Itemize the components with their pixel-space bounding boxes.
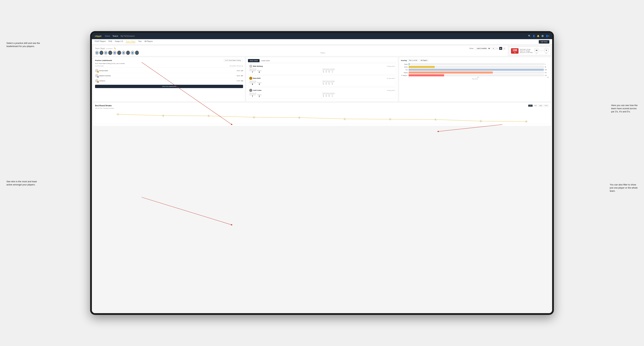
score-circle-2: 0 (544, 48, 549, 53)
annotation-top-right: Here you can see how the team have score… (611, 104, 638, 113)
score-circle-1: 16 (534, 48, 539, 53)
player-3-rounds: Total Rounds Tournament 7 Practice (249, 93, 322, 97)
lb-avg-2: 107 (241, 75, 243, 77)
avatar-3: 👤 (104, 51, 108, 55)
streak-dot-circle: 6x (208, 115, 210, 117)
col-player-name: PLAYER NAME (95, 65, 229, 67)
bar-track (408, 69, 544, 71)
people-icon[interactable]: 👤 (532, 35, 535, 37)
avatar-10: 👤 (135, 51, 139, 55)
bar-track (408, 63, 544, 65)
streak-dot-circle: 3x (480, 120, 482, 122)
filter-putt[interactable]: PUTT (544, 105, 549, 107)
bar-value: 131 (545, 75, 549, 76)
subnav-all-players[interactable]: All Players (144, 40, 152, 43)
bar-fill (408, 66, 435, 68)
bar-fill (408, 74, 444, 76)
bar-label: Eagles (401, 64, 408, 65)
user-avatar[interactable]: 👤▾ (546, 35, 549, 37)
rank-badge-1: 1 (97, 71, 99, 73)
player-1-activities: Total Practice Activities OTT0 APP0 ARG0… (322, 68, 395, 73)
annotation-top-left: Select a practice drill and see the lead… (6, 42, 42, 48)
leaderboard-columns: PLAYER NAME PB SCORE PB AVG SQ (95, 65, 243, 67)
view-full-leaderboard-button[interactable]: View Full Leaderboard (95, 85, 243, 88)
detail-view-icon[interactable]: ◫ (503, 47, 506, 50)
main-grid: Practice Leaderboards PUTT Must Make Put… (93, 57, 551, 101)
score-display: 198 SQ Shot Dist: 16 yds Start Lie: Roug… (509, 47, 551, 55)
lb-player-2: 2 Edward Crossman (95, 74, 236, 77)
nav-teams[interactable]: Teams (112, 35, 118, 37)
subnav-pgat[interactable]: PGAT Players (95, 40, 106, 43)
player-2-name: Rees Britt (253, 77, 260, 79)
show-dropdown[interactable]: Last 3 months (475, 47, 491, 50)
bar-fill (408, 69, 544, 71)
annotation-bottom-right: You can also filter to show just one pla… (610, 180, 638, 193)
tab-most-active[interactable]: Most Active (248, 59, 260, 62)
player-1-info: Blair McHarg 26 Aug 2023 (249, 65, 395, 68)
tablet: clippd Home Teams My Performance 🔍 👤 🔔 ⚙… (90, 31, 554, 315)
col-pb-avg: PB AVG SQ (236, 65, 243, 67)
nav-home[interactable]: Home (105, 35, 110, 37)
subnav-team-clippd[interactable]: Team Clippd (126, 40, 136, 43)
bar-track (408, 66, 544, 68)
avatar-4: 👤 (108, 51, 112, 55)
score-number: 198 SQ (511, 48, 518, 54)
player-2-name-row: Rees Britt (249, 77, 260, 80)
bar-chart: Eagles 3 Birdies 96 Pars 499 Bogeys 311 … (401, 63, 549, 76)
nav-my-performance[interactable]: My Performance (120, 35, 135, 37)
team-title: Team Clippd 14 Players (95, 47, 112, 49)
grid-view-icon[interactable]: ⊞ (492, 47, 495, 50)
rank-badge-3: 3 (97, 81, 99, 83)
subnav-tour[interactable]: Tour (138, 40, 142, 43)
bar-value: 311 (545, 72, 549, 73)
edit-team-icon[interactable]: ✏️ (114, 47, 116, 49)
streak-dot-9: 3x (525, 120, 528, 123)
content-area: Team Clippd 14 Players ✏️ Show: Last 3 m… (92, 44, 552, 313)
team-show: Show: Last 3 months ⊞ ≡ ▦ ◫ (469, 47, 506, 50)
streak-dot-2: 6x (208, 115, 210, 117)
streak-dot-circle: 4x (344, 118, 346, 120)
card-view-icon[interactable]: ▦ (499, 47, 502, 50)
bar-fill (408, 71, 493, 74)
lb-player-1: 1 Richard Butler (95, 69, 236, 72)
search-icon[interactable]: 🔍 (528, 35, 531, 37)
player-3-stats: Total Rounds Tournament 7 Practice (249, 93, 395, 97)
player-3-date: 26 Aug 2023 (387, 90, 395, 91)
settings-icon[interactable]: ⚙️ (541, 35, 544, 37)
view-icons: ⊞ ≡ ▦ ◫ (492, 47, 506, 50)
streaks-header: Best Round Streaks OTT APP ARG PUTT (95, 105, 549, 107)
activity-card: Most Active Least Active Blair McHarg 26… (246, 57, 398, 101)
score-info: Shot Dist: 16 yds Start Lie: Rough End L… (520, 49, 533, 53)
leaderboard-dropdown[interactable]: PUTT Must Make Putting... (224, 59, 243, 62)
col-pb-score: PB SCORE (230, 65, 236, 67)
subnav-hcaps[interactable]: Hcaps 1-5 (115, 40, 123, 43)
avatar-9: 👤 (130, 51, 134, 55)
lb-name-3: Cameron... (99, 80, 106, 82)
lb-name-2: Edward Crossman (99, 75, 111, 77)
scoring-filter-par[interactable]: Par 3, 4 & 5s (408, 59, 418, 62)
filter-app[interactable]: APP (533, 105, 538, 107)
subnav-pga[interactable]: PGA (108, 40, 112, 43)
bar-value: 96 (545, 66, 549, 68)
streak-dot-circle: 7x (117, 113, 119, 116)
add-team-button[interactable]: Add Team (539, 40, 549, 43)
activity-tabs: Most Active Least Active (248, 59, 396, 62)
player-2-activities: Total Practice Activities OTT0 APP0 ARG0… (322, 81, 395, 85)
streaks-filter-btns: OTT APP ARG PUTT (528, 105, 549, 107)
bar-label: D. Bogeys + (401, 75, 408, 76)
player-2-stats: Total Rounds Tournament 8 Practice (249, 81, 395, 85)
navbar-links: Home Teams My Performance (105, 35, 528, 37)
streak-dot-7: 4x (434, 118, 437, 121)
lb-name-1: Richard Butler (99, 70, 108, 71)
bell-icon[interactable]: 🔔 (537, 35, 540, 37)
list-view-icon[interactable]: ≡ (496, 47, 498, 50)
player-3-info: Josh Coles 26 Aug 2023 (249, 89, 395, 92)
scoring-filter-players[interactable]: All Players (420, 59, 428, 62)
activity-player-3: Josh Coles 26 Aug 2023 Total Rounds Tour (248, 88, 396, 99)
streaks-card: Best Round Streaks OTT APP ARG PUTT Off … (93, 103, 551, 126)
lb-row-3: 3 Cameron... 17/20 103 (95, 78, 243, 83)
filter-arg[interactable]: ARG (538, 105, 543, 107)
filter-ott[interactable]: OTT (528, 105, 533, 107)
tab-least-active[interactable]: Least Active (260, 59, 272, 62)
bar-value: 3 (545, 64, 549, 65)
